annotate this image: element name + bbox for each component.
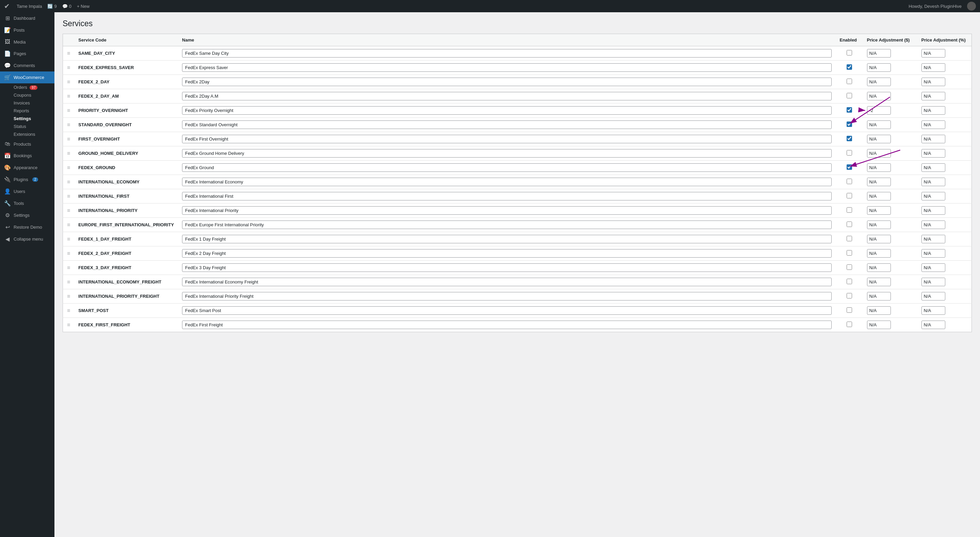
price-dollar-input[interactable] (867, 163, 891, 172)
service-name-input[interactable] (182, 135, 831, 143)
price-pct-input[interactable] (921, 320, 945, 329)
drag-handle[interactable]: ≡ (67, 265, 70, 271)
price-pct-input[interactable] (921, 49, 945, 57)
drag-handle[interactable]: ≡ (67, 150, 70, 156)
enabled-checkbox[interactable] (846, 307, 852, 313)
drag-handle[interactable]: ≡ (67, 279, 70, 285)
price-pct-input[interactable] (921, 206, 945, 215)
price-pct-input[interactable] (921, 292, 945, 301)
enabled-checkbox[interactable] (846, 50, 852, 56)
price-dollar-input[interactable] (867, 135, 891, 143)
price-dollar-input[interactable] (867, 235, 891, 243)
price-dollar-input[interactable] (867, 49, 891, 57)
price-dollar-input[interactable] (867, 292, 891, 301)
sidebar-item-appearance[interactable]: 🎨 Appearance (0, 162, 54, 174)
drag-handle[interactable]: ≡ (67, 193, 70, 199)
service-name-input[interactable] (182, 306, 831, 315)
sidebar-item-users[interactable]: 👤 Users (0, 185, 54, 198)
sidebar-item-tools[interactable]: 🔧 Tools (0, 198, 54, 209)
price-pct-input[interactable] (921, 135, 945, 143)
price-pct-input[interactable] (921, 63, 945, 72)
sidebar-item-products[interactable]: 🛍 Products (0, 138, 54, 150)
enabled-checkbox[interactable] (846, 265, 852, 270)
service-name-input[interactable] (182, 278, 831, 286)
drag-handle[interactable]: ≡ (67, 122, 70, 127)
avatar[interactable] (967, 2, 976, 11)
service-name-input[interactable] (182, 249, 831, 258)
price-pct-input[interactable] (921, 220, 945, 229)
wp-logo[interactable]: ✔ (4, 2, 10, 10)
price-dollar-input[interactable] (867, 249, 891, 258)
price-dollar-input[interactable] (867, 263, 891, 272)
service-name-input[interactable] (182, 63, 831, 72)
service-name-input[interactable] (182, 263, 831, 272)
enabled-checkbox[interactable] (846, 164, 852, 170)
enabled-checkbox[interactable] (846, 136, 852, 141)
enabled-checkbox[interactable] (846, 221, 852, 227)
price-pct-input[interactable] (921, 306, 945, 315)
service-name-input[interactable] (182, 49, 831, 57)
sidebar-item-restore-demo[interactable]: ↩ Restore Demo (0, 221, 54, 233)
enabled-checkbox[interactable] (846, 121, 852, 127)
sidebar-item-dashboard[interactable]: ⊞ Dashboard (0, 12, 54, 24)
price-pct-input[interactable] (921, 149, 945, 158)
service-name-input[interactable] (182, 292, 831, 301)
price-pct-input[interactable] (921, 92, 945, 100)
price-pct-input[interactable] (921, 263, 945, 272)
drag-handle[interactable]: ≡ (67, 250, 70, 256)
service-name-input[interactable] (182, 92, 831, 100)
sidebar-sub-coupons[interactable]: Coupons (0, 91, 54, 99)
sidebar-item-media[interactable]: 🖼 Media (0, 36, 54, 48)
enabled-checkbox[interactable] (846, 236, 852, 241)
comments-link[interactable]: 💬 0 (62, 4, 72, 9)
price-pct-input[interactable] (921, 192, 945, 201)
price-pct-input[interactable] (921, 235, 945, 243)
drag-handle[interactable]: ≡ (67, 136, 70, 142)
service-name-input[interactable] (182, 235, 831, 243)
drag-handle[interactable]: ≡ (67, 308, 70, 314)
drag-handle[interactable]: ≡ (67, 322, 70, 328)
enabled-checkbox[interactable] (846, 93, 852, 98)
price-dollar-input[interactable] (867, 306, 891, 315)
drag-handle[interactable]: ≡ (67, 93, 70, 99)
sidebar-sub-settings[interactable]: Settings (0, 115, 54, 123)
enabled-checkbox[interactable] (846, 322, 852, 327)
price-dollar-input[interactable] (867, 220, 891, 229)
sidebar-item-plugins[interactable]: 🔌 Plugins 2 (0, 174, 54, 185)
price-dollar-input[interactable] (867, 149, 891, 158)
site-name-link[interactable]: Tame Impala (17, 4, 42, 9)
service-name-input[interactable] (182, 206, 831, 215)
service-name-input[interactable] (182, 106, 831, 115)
enabled-checkbox[interactable] (846, 279, 852, 284)
price-pct-input[interactable] (921, 106, 945, 115)
service-name-input[interactable] (182, 121, 831, 129)
drag-handle[interactable]: ≡ (67, 236, 70, 242)
enabled-checkbox[interactable] (846, 207, 852, 213)
sidebar-sub-extensions[interactable]: Extensions (0, 130, 54, 138)
sidebar-sub-status[interactable]: Status (0, 123, 54, 130)
price-dollar-input[interactable] (867, 106, 891, 115)
enabled-checkbox[interactable] (846, 107, 852, 113)
price-pct-input[interactable] (921, 121, 945, 129)
service-name-input[interactable] (182, 163, 831, 172)
sidebar-item-bookings[interactable]: 📅 Bookings (0, 150, 54, 162)
drag-handle[interactable]: ≡ (67, 293, 70, 299)
enabled-checkbox[interactable] (846, 193, 852, 198)
enabled-checkbox[interactable] (846, 64, 852, 70)
enabled-checkbox[interactable] (846, 79, 852, 84)
price-dollar-input[interactable] (867, 206, 891, 215)
updates-link[interactable]: 🔄 9 (47, 4, 56, 9)
sidebar-item-posts[interactable]: 📝 Posts (0, 24, 54, 36)
sidebar-sub-invoices[interactable]: Invoices (0, 99, 54, 107)
price-dollar-input[interactable] (867, 63, 891, 72)
price-dollar-input[interactable] (867, 320, 891, 329)
enabled-checkbox[interactable] (846, 150, 852, 156)
price-pct-input[interactable] (921, 249, 945, 258)
price-dollar-input[interactable] (867, 192, 891, 201)
service-name-input[interactable] (182, 320, 831, 329)
sidebar-item-settings[interactable]: ⚙ Settings (0, 209, 54, 221)
drag-handle[interactable]: ≡ (67, 50, 70, 56)
drag-handle[interactable]: ≡ (67, 108, 70, 113)
price-pct-input[interactable] (921, 78, 945, 86)
drag-handle[interactable]: ≡ (67, 222, 70, 228)
